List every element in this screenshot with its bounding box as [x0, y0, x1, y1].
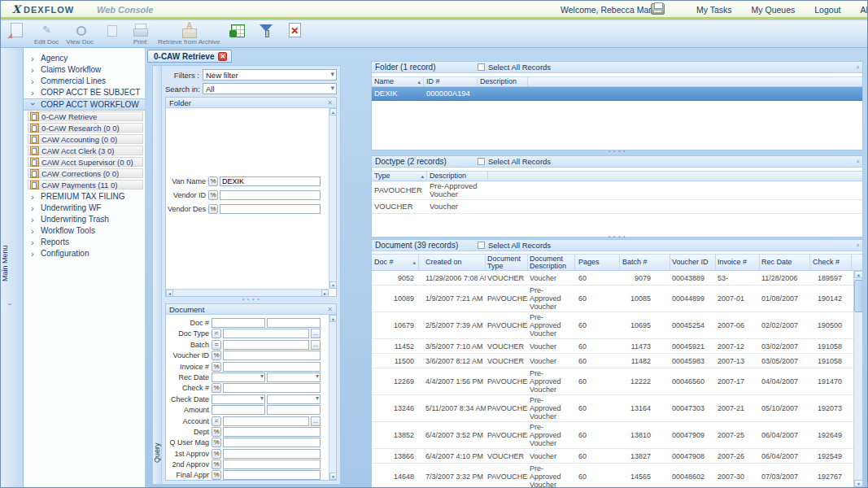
sidebar-item-corp-acct-workflow[interactable]: ›CORP ACCT WORKFLOW: [24, 98, 145, 111]
rec-date-select-1[interactable]: [212, 373, 265, 382]
check-date-select-2[interactable]: [267, 394, 321, 404]
sidebar-item-caw-corrections-0-0[interactable]: CAW Corrections (0 0): [28, 168, 143, 178]
column-header-voucher-id[interactable]: Voucher ID: [670, 255, 716, 270]
1st-approv-input[interactable]: [223, 449, 321, 459]
sidebar-item-underwriting-wf[interactable]: ›Underwriting WF: [24, 203, 145, 213]
scroll-down-icon[interactable]: [329, 473, 337, 480]
2nd-approv-input[interactable]: [223, 460, 321, 469]
operator-button[interactable]: %: [212, 438, 221, 447]
amount-input-1[interactable]: [212, 405, 265, 415]
document-table-row[interactable]: 138526/4/2007 3:52 PMPAVOUCHERPre-Approv…: [372, 422, 853, 449]
doc-input-1[interactable]: [212, 318, 265, 328]
operator-button[interactable]: =: [212, 340, 221, 350]
toolbar-doc-open-button[interactable]: [6, 22, 27, 38]
operator-button[interactable]: =: [212, 416, 221, 426]
folder-vertical-scrollbar[interactable]: [329, 108, 336, 289]
select-all-checkbox[interactable]: [478, 158, 485, 165]
sidebar-item-reports[interactable]: ›Reports: [24, 237, 145, 247]
sidebar-item-0-caw-research-0-0[interactable]: 0-CAW Research (0 0): [28, 123, 143, 133]
tab-close-icon[interactable]: [218, 52, 227, 61]
vendor-id-input[interactable]: [220, 190, 321, 200]
nav-my-queues[interactable]: My Queues: [752, 5, 796, 15]
operator-button[interactable]: =: [212, 329, 221, 338]
sidebar-item-agency[interactable]: ›Agency: [24, 53, 145, 63]
lookup-button[interactable]: ...: [311, 340, 321, 350]
sidebar-item-0-caw-retrieve[interactable]: 0-CAW Retrieve: [28, 111, 143, 121]
vendor-des-input[interactable]: [220, 204, 321, 214]
column-header-rec-date[interactable]: Rec Date: [760, 255, 810, 270]
main-menu-strip[interactable]: Main Menu ›: [1, 48, 24, 487]
column-header-type[interactable]: Type▴: [372, 172, 427, 181]
doctype-table-row[interactable]: VOUCHERVoucher: [372, 200, 862, 214]
doc-input-2[interactable]: [267, 318, 321, 328]
sidebar-item-claims-workflow[interactable]: ›Claims Workflow: [24, 64, 145, 75]
scroll-up-icon[interactable]: [329, 315, 337, 322]
scroll-right-icon[interactable]: [321, 290, 329, 297]
collapse-panel-icon[interactable]: [853, 65, 861, 68]
lookup-button[interactable]: ...: [311, 416, 321, 426]
operator-button[interactable]: %: [212, 470, 221, 480]
operator-button[interactable]: %: [208, 176, 218, 186]
account-input[interactable]: [223, 416, 309, 426]
document-table-row[interactable]: 146487/3/2007 3:32 PMPAVOUCHERPre-Approv…: [372, 464, 853, 488]
toolbar-export-grid-button[interactable]: [227, 22, 248, 38]
filters-select[interactable]: New filter: [203, 69, 337, 81]
column-header-description[interactable]: Description: [478, 77, 528, 86]
document-table-row[interactable]: 905211/29/2006 7:08 AMVOUCHERVoucher6090…: [372, 271, 853, 285]
sidebar-item-commercial-lines[interactable]: ›Commercial Lines: [24, 76, 145, 86]
operator-button[interactable]: %: [208, 190, 218, 200]
column-header-document-type[interactable]: Document Type: [486, 255, 528, 270]
toolbar-filter-button[interactable]: [255, 22, 277, 38]
column-header-check[interactable]: Check #: [810, 255, 852, 270]
toolbar-view-doc-button[interactable]: View Doc: [66, 22, 94, 46]
final-appr-input[interactable]: [223, 470, 321, 480]
scroll-up-icon[interactable]: [329, 108, 337, 115]
scroll-left-icon[interactable]: [166, 290, 173, 297]
column-header-doc[interactable]: Doc #▴: [372, 255, 419, 270]
doctype-table-row[interactable]: PAVOUCHERPre-Approved Voucher: [372, 181, 862, 200]
select-all-checkbox[interactable]: [478, 242, 485, 249]
sidebar-item-caw-accounting-0-0[interactable]: CAW Accounting (0 0): [28, 134, 143, 144]
amount-input-2[interactable]: [267, 405, 321, 415]
document-table-row[interactable]: 138666/4/2007 4:10 PMVOUCHERVoucher60138…: [372, 449, 853, 464]
rec-date-select-2[interactable]: [267, 373, 321, 382]
close-icon[interactable]: [327, 306, 333, 313]
results-splitter[interactable]: [371, 150, 863, 155]
voucher-id-input[interactable]: [223, 351, 321, 360]
column-header-name[interactable]: Name▴: [372, 77, 424, 86]
sidebar-item-configuration[interactable]: ›Configuration: [24, 248, 145, 259]
query-splitter[interactable]: [165, 297, 337, 303]
operator-button[interactable]: %: [212, 449, 221, 459]
select-all-checkbox[interactable]: [478, 63, 485, 71]
tab-0-caw-retrieve[interactable]: 0-CAW Retrieve: [147, 50, 232, 63]
check-input[interactable]: [223, 383, 321, 393]
document-table-row[interactable]: 100891/9/2007 7:21 AMPAVOUCHERPre-Approv…: [372, 285, 853, 312]
document-table-row[interactable]: 122694/4/2007 1:56 PMPAVOUCHERPre-Approv…: [372, 368, 853, 395]
toolbar-page-button[interactable]: [101, 22, 122, 38]
invoice-input[interactable]: [223, 362, 321, 372]
document-table-row[interactable]: 132465/11/2007 8:34 AMPAVOUCHERPre-Appro…: [372, 395, 853, 422]
column-header-batch[interactable]: Batch #: [620, 255, 670, 270]
operator-button[interactable]: %: [212, 427, 221, 437]
sidebar-item-premium-tax-filing[interactable]: ›PREMIUM TAX FILING: [24, 191, 145, 202]
nav-logout[interactable]: Logout: [814, 5, 840, 15]
nav-my-tasks[interactable]: My Tasks: [696, 5, 732, 15]
van-name-input[interactable]: [220, 176, 321, 186]
search-in-select[interactable]: All: [203, 83, 337, 94]
column-header-invoice[interactable]: Invoice #: [716, 255, 760, 270]
operator-button[interactable]: %: [212, 362, 221, 372]
document-table-row[interactable]: 106792/5/2007 7:39 AMPAVOUCHERPre-Approv…: [372, 312, 853, 339]
column-header-document-description[interactable]: Document Description: [528, 255, 575, 270]
query-strip[interactable]: Query: [153, 66, 162, 484]
dept-input[interactable]: [223, 427, 321, 437]
toolbar-print-button[interactable]: Print: [129, 22, 150, 46]
q-user-mag-input[interactable]: [223, 438, 321, 447]
column-header-id[interactable]: ID #: [424, 77, 478, 86]
document-table-row[interactable]: 114523/5/2007 7:10 AMVOUCHERVoucher60114…: [372, 339, 853, 354]
operator-button[interactable]: %: [212, 383, 221, 393]
lookup-button[interactable]: ...: [311, 329, 321, 338]
toolbar-retrieve-archive-button[interactable]: Retrieve from Archive: [158, 22, 220, 46]
document-vertical-scrollbar[interactable]: [329, 315, 336, 480]
nav-about[interactable]: About: [860, 5, 868, 15]
scroll-thumb[interactable]: [854, 280, 863, 312]
